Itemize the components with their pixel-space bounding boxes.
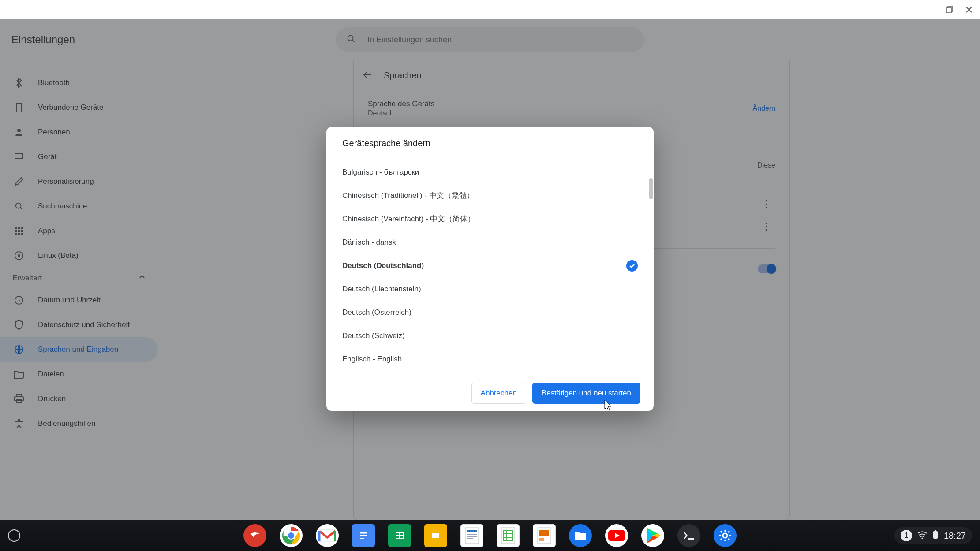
language-option[interactable]: Chinesisch (Traditionell) - 中文（繁體） <box>326 184 654 207</box>
language-option-label: Dänisch - dansk <box>342 238 396 247</box>
app-docs-icon[interactable] <box>352 524 375 547</box>
svg-rect-1 <box>946 8 951 13</box>
language-option-label: Chinesisch (Vereinfacht) - 中文（简体） <box>342 214 475 224</box>
svg-rect-36 <box>432 533 439 538</box>
svg-rect-52 <box>935 530 936 531</box>
window-titlebar <box>0 0 980 19</box>
app-play-icon[interactable] <box>641 524 664 547</box>
app-lo-calc-icon[interactable] <box>497 524 520 547</box>
language-option[interactable]: Bulgarisch - български <box>326 160 654 184</box>
battery-icon <box>932 530 939 541</box>
app-gmail-icon[interactable] <box>316 524 339 547</box>
app-stadia-icon[interactable] <box>243 524 266 547</box>
svg-rect-41 <box>467 538 473 539</box>
svg-point-49 <box>723 533 727 538</box>
launcher-icon[interactable] <box>8 529 20 542</box>
language-option-label: Deutsch (Österreich) <box>342 308 411 317</box>
svg-rect-45 <box>539 530 549 536</box>
svg-rect-48 <box>688 538 694 540</box>
language-option[interactable]: Deutsch (Österreich) <box>326 301 654 324</box>
status-tray[interactable]: 1 18:27 <box>894 527 972 544</box>
check-icon <box>626 260 638 272</box>
svg-rect-37 <box>465 528 479 544</box>
status-clock: 18:27 <box>944 531 966 541</box>
app-sheets-icon[interactable] <box>388 524 411 547</box>
app-settings-icon[interactable] <box>714 524 737 547</box>
app-chrome-icon[interactable] <box>280 524 303 547</box>
cancel-button[interactable]: Abbrechen <box>471 383 526 404</box>
change-language-dialog: Gerätesprache ändern Bulgarisch - българ… <box>326 127 654 411</box>
svg-rect-51 <box>933 531 938 539</box>
notification-count[interactable]: 1 <box>901 530 912 541</box>
svg-point-27 <box>288 532 294 539</box>
language-list[interactable]: Bulgarisch - български Chinesisch (Tradi… <box>326 160 654 376</box>
language-option[interactable]: Deutsch (Schweiz) <box>326 324 654 347</box>
language-option-label: Bulgarisch - български <box>342 168 419 177</box>
app-terminal-icon[interactable] <box>677 524 700 547</box>
svg-rect-28 <box>319 529 335 542</box>
app-slides-icon[interactable] <box>424 524 447 547</box>
dialog-title: Gerätesprache ändern <box>326 127 654 160</box>
language-option-label: Deutsch (Deutschland) <box>342 261 424 270</box>
app-lo-writer-icon[interactable] <box>460 524 483 547</box>
svg-rect-31 <box>360 535 367 536</box>
dialog-body: Bulgarisch - български Chinesisch (Tradi… <box>326 160 654 376</box>
scrollbar-thumb[interactable] <box>649 178 653 199</box>
list-fade <box>326 364 654 376</box>
language-option[interactable]: Chinesisch (Vereinfacht) - 中文（简体） <box>326 207 654 231</box>
svg-point-50 <box>921 537 923 539</box>
app-youtube-icon[interactable] <box>605 524 628 547</box>
language-option-label: Englisch - English <box>342 355 402 364</box>
language-option-label: Deutsch (Liechtenstein) <box>342 285 421 294</box>
language-option[interactable]: Deutsch (Liechtenstein) <box>326 277 654 301</box>
svg-rect-32 <box>360 538 364 539</box>
language-option[interactable]: Dänisch - dansk <box>326 231 654 254</box>
language-option-label: Deutsch (Schweiz) <box>342 331 405 340</box>
shelf: 1 18:27 <box>0 520 980 551</box>
svg-rect-38 <box>467 530 477 532</box>
window-minimize-icon[interactable] <box>925 5 935 15</box>
svg-rect-30 <box>360 532 367 534</box>
svg-rect-46 <box>539 538 544 541</box>
svg-rect-40 <box>467 536 477 537</box>
app-lo-impress-icon[interactable] <box>533 524 556 547</box>
window-close-icon[interactable] <box>964 5 974 15</box>
app-files-icon[interactable] <box>569 524 592 547</box>
language-option-label: Chinesisch (Traditionell) - 中文（繁體） <box>342 190 474 201</box>
confirm-button[interactable]: Bestätigen und neu starten <box>532 383 640 404</box>
language-option-selected[interactable]: Deutsch (Deutschland) <box>326 254 654 277</box>
shelf-apps <box>243 524 737 547</box>
window-restore-icon[interactable] <box>945 5 954 15</box>
wifi-icon <box>917 531 927 540</box>
dialog-footer: Abbrechen Bestätigen und neu starten <box>326 376 654 411</box>
svg-rect-39 <box>467 534 477 535</box>
